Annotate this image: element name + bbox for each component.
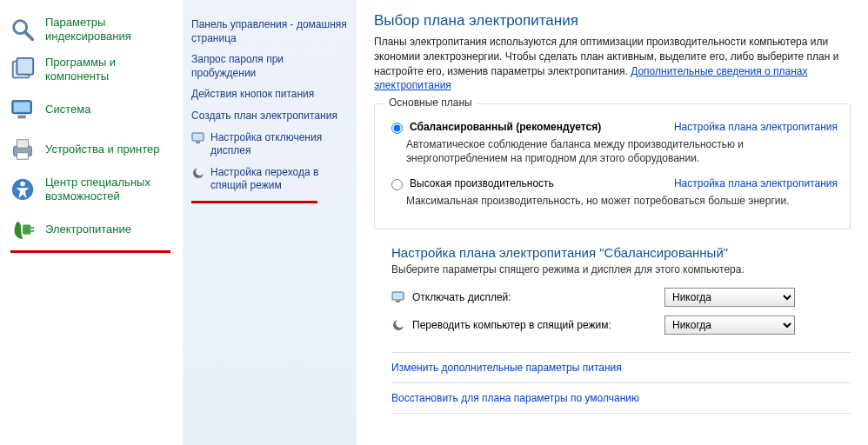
- bottom-links: Изменить дополнительные параметры питани…: [391, 352, 851, 414]
- search-options-icon: [9, 16, 37, 43]
- highlight-underline: [191, 201, 317, 203]
- plan-row-balanced: Сбалансированный (рекомендуется) Настрой…: [387, 120, 838, 134]
- change-plan-link[interactable]: Настройка плана электропитания: [674, 121, 838, 133]
- task-link-buttons[interactable]: Действия кнопок питания: [191, 88, 348, 102]
- sidebar-item-label: Программы и компоненты: [45, 56, 174, 83]
- restore-defaults-link[interactable]: Восстановить для плана параметры по умол…: [391, 392, 851, 404]
- plan-radio-highperf[interactable]: [391, 179, 403, 190]
- sidebar-item-programs[interactable]: Программы и компоненты: [5, 50, 177, 89]
- svg-rect-9: [17, 153, 28, 160]
- sleep-timeout-select[interactable]: Никогда: [664, 315, 795, 335]
- page-description: Планы электропитания используются для оп…: [374, 35, 851, 93]
- svg-rect-15: [192, 133, 204, 141]
- plan-row-highperf: Высокая производительность Настройка пла…: [387, 176, 838, 190]
- plan-name: Сбалансированный (рекомендуется): [410, 121, 601, 133]
- category-sidebar: Параметры индексирования Программы и ком…: [0, 0, 183, 445]
- plan-settings-heading: Настройка плана электропитания "Сбаланси…: [391, 245, 851, 260]
- task-link-create-plan[interactable]: Создать план электропитания: [191, 110, 348, 123]
- programs-icon: [9, 56, 37, 83]
- svg-rect-5: [14, 103, 30, 112]
- svg-rect-13: [30, 227, 34, 229]
- svg-rect-20: [396, 301, 400, 302]
- plan-radio-balanced[interactable]: [391, 123, 403, 134]
- monitor-icon: [191, 131, 205, 145]
- highlight-underline: [10, 250, 170, 253]
- task-link-label: Настройка отключения дисплея: [210, 131, 348, 158]
- svg-rect-12: [23, 224, 30, 234]
- svg-rect-6: [17, 116, 25, 119]
- display-timeout-select[interactable]: Никогда: [664, 288, 795, 307]
- sidebar-item-label: Центр специальных возможностей: [45, 176, 174, 203]
- moon-icon: [391, 318, 405, 332]
- monitor-icon: [391, 290, 405, 304]
- sidebar-item-power[interactable]: Электропитание: [5, 210, 177, 249]
- page-title: Выбор плана электропитания: [374, 12, 851, 30]
- setting-label: Переводить компьютер в спящий режим:: [412, 319, 664, 331]
- sidebar-item-label: Система: [45, 103, 90, 116]
- advanced-settings-link[interactable]: Изменить дополнительные параметры питани…: [391, 362, 851, 374]
- task-pane: Панель управления - домашняя страница За…: [183, 0, 357, 445]
- sidebar-item-indexing[interactable]: Параметры индексирования: [5, 10, 177, 49]
- main-content: Выбор плана электропитания Планы электро…: [357, 0, 868, 445]
- sidebar-item-devices[interactable]: Устройства и принтер: [5, 130, 177, 169]
- sidebar-item-label: Электропитание: [45, 222, 131, 236]
- setting-row-display: Отключать дисплей: Никогда: [391, 288, 851, 307]
- svg-rect-16: [196, 142, 200, 143]
- task-link-sleep[interactable]: Настройка перехода в спящий режим: [191, 166, 348, 193]
- change-plan-link[interactable]: Настройка плана электропитания: [674, 177, 838, 189]
- group-title: Основные планы: [384, 96, 477, 109]
- plan-description: Максимальная производительность, но може…: [406, 194, 838, 208]
- devices-printers-icon: [9, 136, 37, 163]
- svg-rect-8: [17, 140, 28, 148]
- separator: [391, 413, 851, 414]
- power-options-icon: [9, 216, 37, 243]
- sidebar-item-label: Устройства и принтер: [45, 143, 159, 156]
- svg-point-11: [20, 182, 25, 187]
- plan-name: Высокая производительность: [410, 177, 554, 189]
- svg-rect-14: [30, 230, 34, 232]
- plan-description: Автоматическое соблюдение баланса между …: [406, 137, 838, 165]
- task-link-label: Настройка перехода в спящий режим: [210, 166, 348, 193]
- svg-point-22: [396, 319, 404, 328]
- svg-rect-19: [392, 292, 404, 300]
- svg-line-1: [25, 32, 32, 39]
- setting-row-sleep: Переводить компьютер в спящий режим: Ник…: [391, 315, 851, 335]
- moon-icon: [191, 166, 205, 180]
- ease-of-access-icon: [9, 176, 37, 203]
- sidebar-item-accessibility[interactable]: Центр специальных возможностей: [5, 170, 177, 209]
- sidebar-item-label: Параметры индексирования: [45, 16, 174, 43]
- plans-group: Основные планы Сбалансированный (рекомен…: [374, 103, 851, 229]
- task-link-password[interactable]: Запрос пароля при пробуждении: [191, 53, 348, 80]
- sidebar-item-system[interactable]: Система: [5, 90, 177, 129]
- separator: [391, 382, 851, 383]
- system-icon: [9, 96, 37, 123]
- setting-label: Отключать дисплей:: [412, 291, 664, 303]
- svg-rect-3: [17, 58, 33, 75]
- task-link-home[interactable]: Панель управления - домашняя страница: [191, 18, 348, 45]
- task-link-display-off[interactable]: Настройка отключения дисплея: [191, 131, 348, 158]
- svg-point-18: [196, 167, 204, 176]
- plan-settings-desc: Выберите параметры спящего режима и дисп…: [391, 263, 851, 276]
- separator: [391, 352, 851, 353]
